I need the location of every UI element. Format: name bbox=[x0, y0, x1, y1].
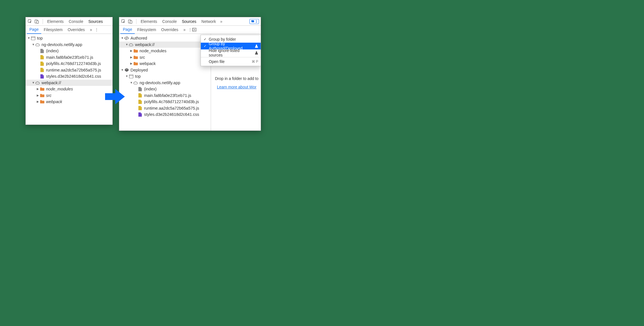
tree-folder-row[interactable]: ▼Authored bbox=[119, 35, 211, 42]
subtab-overrides[interactable]: Overrides bbox=[159, 26, 181, 34]
chevron-down-icon[interactable]: ▼ bbox=[125, 42, 128, 48]
tree-item-label: webpack bbox=[46, 99, 62, 105]
subtab-filesystem[interactable]: Filesystem bbox=[41, 26, 65, 34]
tree-item-label: webpack:// bbox=[42, 80, 61, 86]
tree-file-row[interactable]: ▼runtime.aa2dc5a72b65a575.js bbox=[26, 67, 112, 73]
tab-elements[interactable]: Elements bbox=[138, 17, 160, 26]
doc-gray-icon bbox=[138, 87, 142, 91]
tree-folder-row[interactable]: ▶src bbox=[26, 92, 112, 99]
subtab-overrides[interactable]: Overrides bbox=[65, 26, 88, 34]
toggle-navigator-icon[interactable] bbox=[192, 27, 197, 32]
tree-folder-row[interactable]: ▼ng-devtools.netlify.app bbox=[26, 42, 112, 48]
tree-file-row[interactable]: ▼polyfills.4c768d7122740d3b.js bbox=[119, 99, 211, 105]
context-menu: ✓Group by folder✓Group by Authored/Deplo… bbox=[201, 35, 261, 66]
tree-item-label: styles.d3e2b24618d2c641.css bbox=[46, 73, 101, 80]
kebab-menu-icon[interactable]: ⋮ bbox=[95, 27, 99, 32]
tree-folder-row[interactable]: ▼webpack:// bbox=[119, 42, 211, 48]
chevron-down-icon[interactable]: ▼ bbox=[121, 35, 124, 42]
tree-file-row[interactable]: ▼(index) bbox=[26, 48, 112, 54]
tree-folder-row[interactable]: ▶src bbox=[119, 54, 211, 61]
file-tree: ▼top▼ng-devtools.netlify.app▼(index)▼mai… bbox=[26, 34, 112, 106]
svg-rect-11 bbox=[129, 75, 133, 78]
tab-console[interactable]: Console bbox=[160, 17, 179, 26]
tree-item-label: ng-devtools.netlify.app bbox=[42, 42, 82, 48]
svg-rect-3 bbox=[31, 36, 35, 40]
tree-file-row[interactable]: ▼(index) bbox=[119, 86, 211, 92]
tree-item-label: node_modules bbox=[140, 48, 166, 54]
chevron-down-icon[interactable]: ▼ bbox=[32, 42, 35, 48]
folder-icon bbox=[40, 99, 44, 104]
tab-console[interactable]: Console bbox=[66, 17, 86, 26]
subtab-page[interactable]: Page bbox=[120, 26, 135, 34]
kebab-menu-icon[interactable]: ⋮ bbox=[188, 27, 192, 32]
chevron-down-icon[interactable]: ▼ bbox=[130, 80, 133, 86]
more-tabs-icon[interactable]: » bbox=[181, 26, 188, 34]
subtab-filesystem[interactable]: Filesystem bbox=[135, 26, 159, 34]
folder-icon bbox=[133, 61, 138, 66]
tree-folder-row[interactable]: ▶node_modules bbox=[119, 48, 211, 54]
tab-sources[interactable]: Sources bbox=[86, 17, 105, 26]
main-toolbar: Elements Console Sources Network » 1 bbox=[119, 17, 261, 26]
cloud-icon bbox=[35, 81, 40, 85]
learn-more-link[interactable]: Learn more about Wor bbox=[217, 85, 256, 89]
tree-file-row[interactable]: ▼styles.d3e2b24618d2c641.css bbox=[119, 111, 211, 118]
tree-folder-row[interactable]: ▼top bbox=[26, 35, 112, 42]
chevron-down-icon[interactable]: ▼ bbox=[27, 35, 30, 42]
tree-file-row[interactable]: ▼runtime.aa2dc5a72b65a575.js bbox=[119, 105, 211, 112]
window-icon bbox=[31, 36, 35, 40]
issues-badge[interactable]: 1 bbox=[249, 19, 259, 24]
tree-item-label: runtime.aa2dc5a72b65a575.js bbox=[46, 67, 101, 73]
code-icon bbox=[124, 36, 129, 40]
chevron-right-icon[interactable]: ▶ bbox=[36, 92, 39, 99]
tree-file-row[interactable]: ▼main.fa8bfa0e23f1eb71.js bbox=[26, 54, 112, 61]
tree-item-label: polyfills.4c768d7122740d3b.js bbox=[46, 60, 101, 67]
chevron-down-icon[interactable]: ▼ bbox=[125, 73, 128, 80]
tree-folder-row[interactable]: ▼Deployed bbox=[119, 67, 211, 73]
doc-js-icon bbox=[40, 61, 44, 66]
tree-folder-row[interactable]: ▶webpack bbox=[119, 60, 211, 67]
tree-folder-row[interactable]: ▶node_modules bbox=[26, 86, 112, 92]
chevron-right-icon[interactable]: ▶ bbox=[36, 86, 39, 92]
chevron-right-icon[interactable]: ▶ bbox=[130, 60, 133, 67]
tree-item-label: top bbox=[37, 35, 43, 42]
subtab-page[interactable]: Page bbox=[27, 26, 41, 34]
chevron-right-icon[interactable]: ▶ bbox=[130, 54, 133, 61]
window-icon bbox=[129, 74, 133, 79]
file-tree: ▼Authored▼webpack://▶node_modules▶src▶we… bbox=[119, 34, 211, 119]
menu-shortcut: ⌘ P bbox=[252, 60, 258, 64]
tree-folder-row[interactable]: ▼top bbox=[119, 73, 211, 80]
folder-icon bbox=[133, 55, 138, 60]
inspect-icon[interactable] bbox=[27, 19, 32, 24]
more-tabs-icon[interactable]: » bbox=[87, 26, 95, 34]
chevron-down-icon[interactable]: ▼ bbox=[121, 67, 124, 73]
tree-folder-row[interactable]: ▼webpack:// bbox=[26, 80, 112, 86]
transition-arrow-icon bbox=[105, 88, 125, 105]
tree-item-label: node_modules bbox=[46, 86, 73, 92]
device-toggle-icon[interactable] bbox=[128, 19, 133, 24]
menu-item[interactable]: Hide ignore-listed sources bbox=[201, 49, 261, 56]
inspect-icon[interactable] bbox=[121, 19, 126, 24]
tree-file-row[interactable]: ▼polyfills.4c768d7122740d3b.js bbox=[26, 60, 112, 67]
tree-folder-row[interactable]: ▼ng-devtools.netlify.app bbox=[119, 80, 211, 86]
tab-network[interactable]: Network bbox=[199, 17, 218, 26]
tree-file-row[interactable]: ▼main.fa8bfa0e23f1eb71.js bbox=[119, 92, 211, 99]
tab-elements[interactable]: Elements bbox=[45, 17, 66, 26]
chevron-right-icon[interactable]: ▶ bbox=[130, 48, 133, 54]
chevron-right-icon[interactable]: ▶ bbox=[36, 99, 39, 105]
more-tabs-icon[interactable]: » bbox=[218, 19, 224, 24]
chevron-down-icon[interactable]: ▼ bbox=[32, 80, 35, 86]
tab-sources[interactable]: Sources bbox=[179, 17, 199, 26]
separator bbox=[136, 19, 136, 24]
devtools-panel-before: Elements Console Sources Page Filesystem… bbox=[25, 17, 113, 125]
cloud-icon bbox=[129, 42, 133, 47]
separator bbox=[43, 19, 43, 24]
device-toggle-icon[interactable] bbox=[34, 19, 39, 24]
svg-rect-2 bbox=[37, 21, 39, 23]
menu-item[interactable]: Open file⌘ P bbox=[201, 58, 261, 65]
doc-css-icon bbox=[138, 112, 142, 117]
doc-js-icon bbox=[138, 99, 142, 104]
cloud-icon bbox=[35, 42, 40, 47]
tree-file-row[interactable]: ▼styles.d3e2b24618d2c641.css bbox=[26, 73, 112, 80]
tree-folder-row[interactable]: ▶webpack bbox=[26, 99, 112, 105]
svg-rect-7 bbox=[130, 21, 132, 23]
